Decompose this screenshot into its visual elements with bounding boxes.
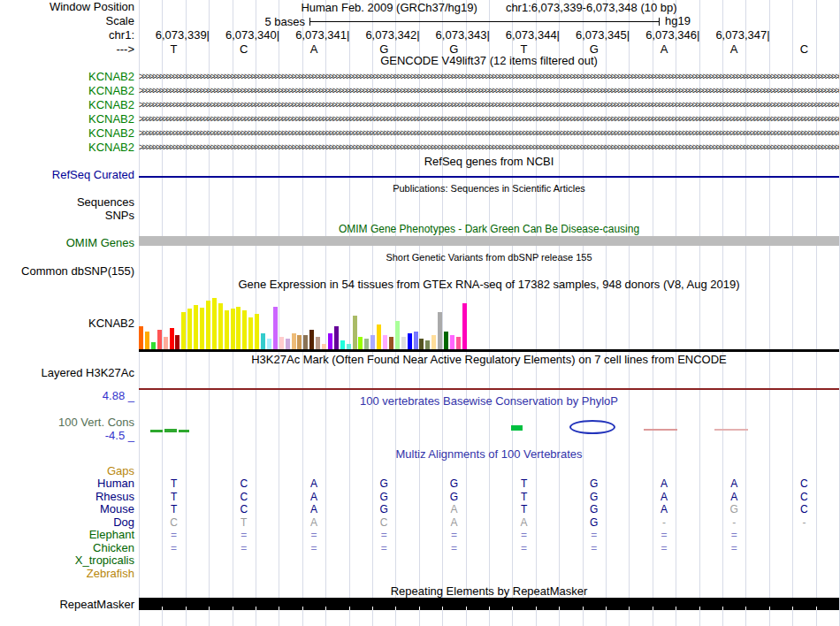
omim-genes-label[interactable]: OMIM Genes [66,237,134,249]
refseq-curated-track[interactable] [139,176,839,178]
gtex-bar[interactable] [303,335,308,349]
gtex-bar[interactable] [456,337,461,349]
gaps-label[interactable]: Gaps [107,465,134,477]
gtex-bar[interactable] [370,335,375,349]
gtex-bar[interactable] [395,321,400,349]
gencode-gene-label[interactable]: KCNAB2 [88,99,134,111]
gencode-heading[interactable]: GENCODE V49lift37 (12 items filtered out… [139,55,839,66]
gtex-bar[interactable] [377,324,381,349]
gtex-bar[interactable] [438,312,442,349]
gtex-bar[interactable] [425,340,430,349]
gene-row[interactable]: >>>>>>>>>>>>>>>>>>>>>>>>>>>>>>>>>>>>>>>>… [139,99,839,111]
gtex-bar[interactable] [408,333,412,349]
h3k27ac-heading[interactable]: H3K27Ac Mark (Often Found Near Active Re… [139,354,839,365]
gtex-gene-label[interactable]: KCNAB2 [88,317,134,330]
gtex-bar[interactable] [316,337,320,349]
species-label[interactable]: Mouse [100,503,134,515]
repeatmasker-track[interactable] [139,598,839,610]
gene-row[interactable]: >>>>>>>>>>>>>>>>>>>>>>>>>>>>>>>>>>>>>>>>… [139,71,839,82]
gene-row[interactable]: >>>>>>>>>>>>>>>>>>>>>>>>>>>>>>>>>>>>>>>>… [139,113,839,125]
omim-heading[interactable]: OMIM Gene Phenotypes - Dark Green Can Be… [139,224,839,235]
gtex-bar[interactable] [297,335,302,349]
gencode-gene-label[interactable]: KCNAB2 [88,85,134,97]
gtex-bar[interactable] [364,339,369,349]
gtex-bar[interactable] [444,332,448,349]
gtex-bar[interactable] [248,317,253,349]
gtex-bar[interactable] [242,310,247,349]
species-label[interactable]: Zebrafish [87,568,134,580]
gtex-bar[interactable] [347,344,351,349]
multiz-heading[interactable]: Multiz Alignments of 100 Vertebrates [139,448,839,460]
gtex-bar[interactable] [431,335,436,349]
sequences-label[interactable]: Sequences [77,196,134,209]
repeatmasker-heading[interactable]: Repeating Elements by RepeatMasker [139,585,839,597]
omim-genes-track[interactable] [139,236,839,246]
gtex-bar[interactable] [139,326,143,349]
gtex-bar[interactable] [261,333,265,349]
gtex-bar[interactable] [419,339,424,349]
gtex-bar[interactable] [334,326,339,349]
gtex-bar[interactable] [181,312,186,349]
gtex-bar[interactable] [292,333,296,349]
gtex-bar[interactable] [255,314,259,349]
gencode-gene-label[interactable]: KCNAB2 [88,141,134,154]
species-label[interactable]: Rhesus [95,491,134,503]
gtex-bar[interactable] [236,307,241,349]
gtex-bar[interactable] [164,337,168,349]
gene-row[interactable]: >>>>>>>>>>>>>>>>>>>>>>>>>>>>>>>>>>>>>>>>… [139,141,839,153]
species-label[interactable]: Human [97,477,134,490]
gtex-bar[interactable] [187,309,192,349]
gencode-gene-label[interactable]: KCNAB2 [88,113,134,126]
gtex-bar[interactable] [273,307,278,349]
gtex-bar[interactable] [401,337,406,349]
gencode-gene-label[interactable]: KCNAB2 [88,71,134,83]
gtex-bar[interactable] [358,337,363,349]
gencode-gene-label[interactable]: KCNAB2 [88,127,134,140]
repeatmasker-label[interactable]: RepeatMasker [59,599,134,611]
gtex-bar[interactable] [414,332,418,349]
refseq-heading[interactable]: RefSeq genes from NCBI [139,156,839,167]
gtex-bar[interactable] [450,335,454,349]
gtex-bar[interactable] [383,335,387,349]
gtex-bar[interactable] [279,337,284,349]
gtex-bar[interactable] [206,301,210,349]
gtex-bar[interactable] [389,337,393,349]
gtex-bar[interactable] [353,316,357,349]
gtex-bar[interactable] [212,298,217,349]
gtex-heading[interactable]: Gene Expression in 54 tissues from GTEx … [139,279,839,290]
publications-heading[interactable]: Publications: Sequences in Scientific Ar… [139,183,839,195]
species-label[interactable]: Dog [113,516,134,529]
gtex-bar[interactable] [462,303,467,349]
phylop-heading[interactable]: 100 vertebrates Basewise Conservation by… [139,395,839,407]
h3k27ac-track-label[interactable]: Layered H3K27Ac [41,367,134,379]
phylop-mark [150,430,163,432]
phylop-track-label[interactable]: 100 Vert. Cons [58,416,134,429]
gene-row[interactable]: >>>>>>>>>>>>>>>>>>>>>>>>>>>>>>>>>>>>>>>>… [139,85,839,96]
gene-row[interactable]: >>>>>>>>>>>>>>>>>>>>>>>>>>>>>>>>>>>>>>>>… [139,127,839,139]
gtex-bar[interactable] [328,333,332,349]
gtex-bar[interactable] [309,330,314,349]
gtex-bar[interactable] [170,328,174,349]
dbsnp-track-label[interactable]: Common dbSNP(155) [21,265,134,278]
gtex-bar[interactable] [194,305,198,349]
gtex-bar[interactable] [267,339,271,349]
gtex-bar[interactable] [286,339,290,349]
gtex-bar[interactable] [151,342,156,349]
gtex-bar[interactable] [145,332,149,349]
dbsnp-heading[interactable]: Short Genetic Variants from dbSNP releas… [139,252,839,263]
gtex-bar[interactable] [200,308,204,349]
species-label[interactable]: X_tropicalis [75,554,134,567]
gtex-bar[interactable] [231,309,235,349]
repeatmasker-notch [419,607,420,610]
gtex-bar[interactable] [225,310,229,349]
gtex-bar[interactable] [218,303,223,349]
snps-label[interactable]: SNPs [105,210,134,222]
gtex-bar[interactable] [340,340,345,349]
gtex-bar[interactable] [322,344,326,349]
refseq-curated-label[interactable]: RefSeq Curated [52,169,134,181]
gtex-bar[interactable] [157,330,162,349]
gtex-bar[interactable] [175,335,179,349]
repeatmasker-notch [769,607,770,610]
species-label[interactable]: Chicken [93,542,134,554]
species-label[interactable]: Elephant [89,529,134,541]
